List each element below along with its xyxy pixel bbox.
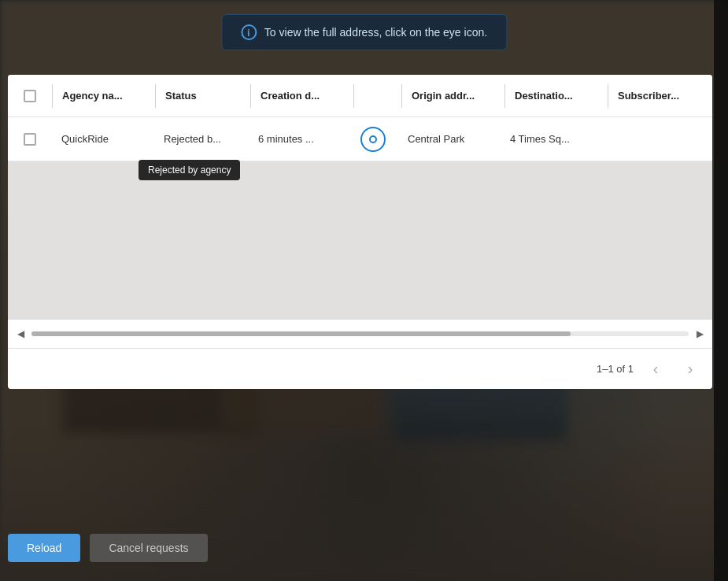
- row-checkbox-cell[interactable]: [8, 133, 52, 146]
- pagination-next-button[interactable]: ›: [678, 357, 703, 382]
- col-header-status: Status: [156, 90, 250, 102]
- info-banner: i To view the full address, click on the…: [221, 14, 507, 50]
- info-icon: i: [241, 24, 257, 40]
- cell-destination: 4 Times Sq...: [501, 133, 603, 145]
- cell-origin: Central Park: [398, 133, 501, 145]
- scrollbar-thumb[interactable]: [31, 331, 571, 336]
- table-row: QuickRide Rejected b... 6 minutes ... Ce…: [8, 117, 712, 161]
- horizontal-scrollbar[interactable]: ◀ ▶: [8, 319, 712, 348]
- status-tooltip: Rejected by agency: [139, 160, 240, 180]
- table-wrapper: Agency na... Status Creation d... Origin…: [8, 75, 712, 389]
- select-all-checkbox[interactable]: [24, 90, 36, 102]
- col-divider-3: [353, 84, 354, 108]
- cancel-requests-button[interactable]: Cancel requests: [90, 534, 207, 562]
- col-header-origin: Origin addr...: [402, 90, 504, 102]
- info-text: To view the full address, click on the e…: [264, 26, 487, 39]
- scrollbar-track[interactable]: [31, 331, 689, 336]
- bottom-action-bar: Reload Cancel requests: [8, 534, 208, 562]
- scroll-right-arrow[interactable]: ▶: [692, 326, 708, 342]
- cell-agency: QuickRide: [52, 133, 154, 145]
- col-header-agency: Agency na...: [53, 90, 155, 102]
- table: Agency na... Status Creation d... Origin…: [8, 75, 712, 389]
- origin-icon[interactable]: [360, 127, 386, 152]
- header-checkbox-cell[interactable]: [8, 90, 52, 102]
- right-strip: [714, 0, 728, 581]
- pagination-text: 1–1 of 1: [597, 363, 634, 375]
- pagination-prev-button[interactable]: ‹: [643, 357, 668, 382]
- scroll-left-arrow[interactable]: ◀: [13, 326, 28, 342]
- origin-inner-circle: [369, 135, 377, 143]
- pagination-bar: 1–1 of 1 ‹ ›: [8, 348, 712, 389]
- cell-origin-icon[interactable]: [351, 127, 398, 152]
- table-empty-area: [8, 161, 712, 319]
- col-header-subscriber: Subscriber...: [608, 90, 711, 102]
- row-checkbox[interactable]: [24, 133, 36, 146]
- cell-creation: 6 minutes ...: [249, 133, 351, 145]
- col-header-creation: Creation d...: [251, 90, 353, 102]
- cell-status: Rejected b...: [154, 133, 249, 145]
- reload-button[interactable]: Reload: [8, 534, 80, 562]
- col-header-destination: Destinatio...: [505, 90, 608, 102]
- table-header: Agency na... Status Creation d... Origin…: [8, 75, 712, 117]
